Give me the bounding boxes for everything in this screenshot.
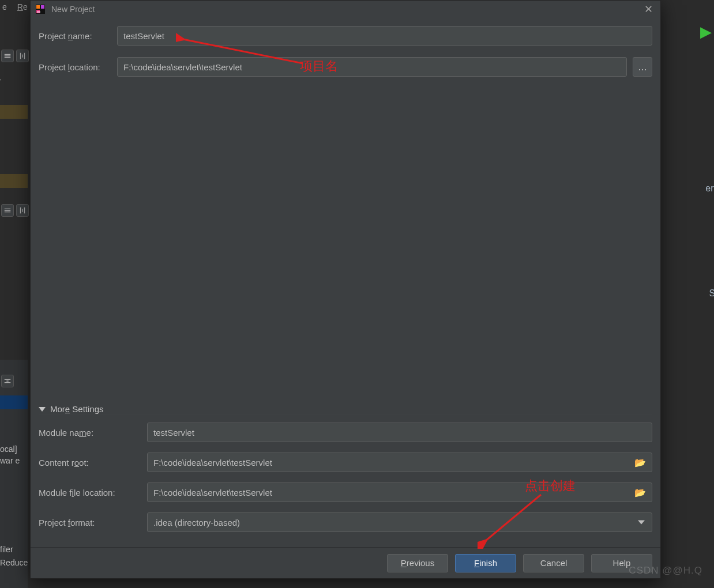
bg-text: Servl	[709, 288, 714, 299]
fold-icon[interactable]	[1, 50, 14, 62]
dialog-title: New Project	[51, 5, 95, 14]
bg-text: ocal]	[0, 444, 17, 454]
project-location-label: Project location:	[39, 62, 117, 72]
folder-icon[interactable]: 📂	[634, 487, 646, 498]
project-name-label: Project name:	[39, 31, 117, 41]
content-root-input[interactable]: F:\code\idea\servlet\testServlet 📂	[147, 453, 652, 472]
bg-text: filer	[0, 545, 13, 554]
bg-menubar: e Re	[0, 2, 28, 12]
project-format-value: .idea (directory-based)	[153, 518, 240, 527]
bg-stripe	[0, 174, 28, 188]
bg-text: war e	[0, 456, 20, 465]
fold-icon[interactable]	[1, 375, 14, 387]
module-file-location-input[interactable]: F:\code\idea\servlet\testServlet 📂	[147, 483, 652, 502]
fold-icon[interactable]	[16, 204, 29, 217]
content-root-value: F:\code\idea\servlet\testServlet	[153, 458, 272, 468]
module-name-input[interactable]	[147, 423, 652, 442]
folder-icon[interactable]: 📂	[634, 457, 646, 468]
module-file-location-label: Module file location:	[39, 488, 147, 497]
close-icon[interactable]: ✕	[641, 2, 656, 17]
content-root-row: Content root: F:\code\idea\servlet\testS…	[39, 453, 652, 472]
more-settings-label: More Settings	[50, 404, 104, 414]
fold-icon[interactable]	[1, 204, 14, 217]
content-root-label: Content root:	[39, 458, 147, 468]
browse-location-button[interactable]: ...	[633, 57, 652, 77]
module-file-location-row: Module file location: F:\code\idea\servl…	[39, 483, 652, 502]
intellij-icon	[35, 4, 46, 14]
fold-icon[interactable]	[16, 50, 29, 62]
dialog-body: Project name: Project location: ... More…	[31, 18, 660, 547]
more-settings-toggle[interactable]: More Settings	[39, 404, 652, 414]
bg-text: ervle	[705, 183, 714, 194]
cancel-button[interactable]: Cancel	[523, 554, 584, 572]
dialog-footer: Previous Finish Cancel Help	[31, 547, 660, 578]
bg-menu-item: e	[2, 2, 7, 12]
more-settings-section: More Settings Module name: Content root:…	[39, 404, 652, 547]
module-name-row: Module name:	[39, 423, 652, 442]
module-file-loc-value: F:\code\idea\servlet\testServlet	[153, 488, 272, 497]
run-icon[interactable]	[700, 23, 712, 41]
project-format-row: Project format: .idea (directory-based)	[39, 512, 652, 532]
previous-button[interactable]: Previous	[387, 554, 448, 572]
chevron-down-icon	[39, 407, 46, 412]
project-format-select[interactable]: .idea (directory-based)	[147, 512, 652, 532]
bg-menu-item: Re	[17, 2, 28, 12]
module-name-label: Module name:	[39, 428, 147, 438]
svg-rect-1	[37, 12, 40, 13]
bg-text: Reduce	[0, 558, 28, 567]
project-name-row: Project name:	[39, 26, 652, 46]
bg-selected-row	[0, 395, 28, 409]
finish-button[interactable]: Finish	[455, 554, 516, 572]
project-name-input[interactable]	[117, 26, 652, 46]
project-location-input[interactable]	[117, 57, 627, 77]
project-format-label: Project format:	[39, 518, 147, 527]
help-button[interactable]: Help	[591, 554, 652, 572]
new-project-dialog: New Project ✕ Project name: Project loca…	[30, 0, 661, 579]
bg-path: et\09-	[0, 75, 1, 84]
project-location-row: Project location: ...	[39, 57, 652, 77]
bg-stripe	[0, 105, 28, 119]
titlebar: New Project ✕	[31, 1, 660, 18]
